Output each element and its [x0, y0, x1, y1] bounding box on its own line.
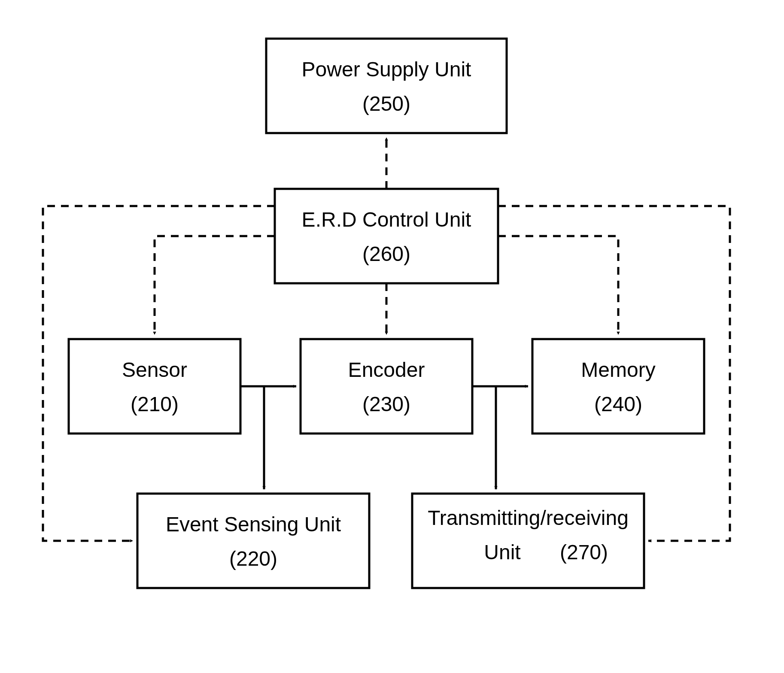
box-memory: Memory (240) [532, 339, 704, 434]
encoder-num: (230) [362, 393, 410, 415]
box-sensor: Sensor (210) [69, 339, 240, 434]
memory-title: Memory [581, 358, 655, 381]
txrx-num: (270) [560, 541, 608, 564]
txrx-l1: Transmitting/receiving [428, 506, 629, 529]
arrow-control-to-sensor [155, 236, 275, 335]
svg-rect-1 [275, 189, 498, 283]
arrow-control-to-memory [498, 236, 618, 335]
box-control-unit: E.R.D Control Unit (260) [275, 189, 498, 283]
event-num: (220) [229, 547, 277, 570]
sensor-title: Sensor [122, 358, 187, 381]
block-diagram: Power Supply Unit (250) E.R.D Control Un… [0, 0, 784, 673]
control-num: (260) [362, 243, 410, 265]
event-title: Event Sensing Unit [166, 513, 341, 536]
box-event-sensing: Event Sensing Unit (220) [137, 494, 369, 588]
txrx-l2: Unit [484, 541, 520, 564]
power-num: (250) [362, 92, 410, 115]
svg-rect-4 [532, 339, 704, 434]
power-title: Power Supply Unit [302, 58, 471, 81]
svg-rect-0 [266, 39, 507, 133]
svg-rect-2 [69, 339, 240, 434]
memory-num: (240) [594, 393, 642, 415]
encoder-title: Encoder [348, 358, 425, 381]
control-title: E.R.D Control Unit [302, 208, 471, 231]
box-power-supply: Power Supply Unit (250) [266, 39, 507, 133]
sensor-num: (210) [131, 393, 179, 415]
box-encoder: Encoder (230) [301, 339, 472, 434]
svg-rect-5 [137, 494, 369, 588]
svg-rect-3 [301, 339, 472, 434]
box-txrx-unit: Transmitting/receiving Unit (270) [412, 494, 644, 588]
